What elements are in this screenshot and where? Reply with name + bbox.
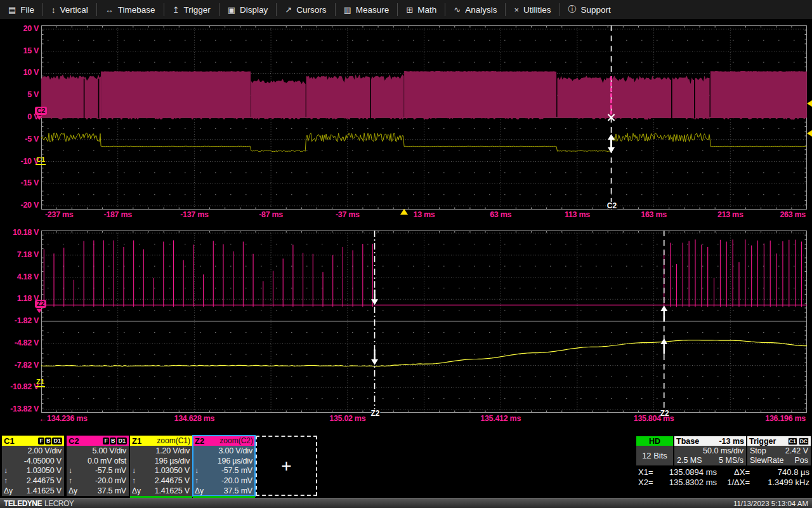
- invdx-value: 1.3499 kHz: [750, 478, 809, 487]
- descriptor-c1[interactable]: C1FBD12.00 V/div-4.05000 V↓1.03050 V↑2.4…: [2, 436, 64, 496]
- trigger-mode: Stop: [750, 446, 766, 455]
- descriptor-row: Δy1.41625 V: [130, 486, 192, 496]
- z2-offset-pointer-icon: [36, 309, 43, 313]
- main-y-tick-label: -20 V: [0, 201, 39, 210]
- main-y-tick-label: 0 V: [0, 112, 39, 121]
- zoom-grid-plot[interactable]: Z2Z2: [41, 231, 807, 413]
- trigger-box[interactable]: Trigger C1 DC Stop 2.42 V SlewRate Pos: [747, 436, 811, 465]
- descriptor-value: -20.0 mV: [207, 476, 252, 485]
- x1-value: 135.0894 ms: [661, 467, 717, 477]
- descriptor-c2[interactable]: C2FBD15.00 V/div0.0 mV ofst↓-57.5 mV↑-20…: [67, 436, 129, 496]
- descriptor-value: 5.00 V/div: [69, 446, 126, 455]
- main-x-axis: -237 ms-187 ms-137 ms-87 ms-37 ms13 ms63…: [41, 210, 807, 222]
- cursor-arrow-glyph: ↓: [195, 466, 207, 475]
- descriptor-row: Δy1.41625 V: [2, 486, 64, 496]
- dx-label: ΔX=: [717, 467, 750, 477]
- menu-item-timebase[interactable]: ↔Timebase: [97, 0, 164, 19]
- menu-item-label-timebase: Timebase: [118, 5, 155, 15]
- acquisition-box[interactable]: HD 12 Bits: [636, 436, 673, 465]
- timebase-samplerate: 5 MS/s: [719, 456, 743, 465]
- cursor-arrow-glyph: Δy: [195, 486, 207, 495]
- main-grid-plot[interactable]: C2: [41, 25, 807, 210]
- menu-item-measure[interactable]: ▥Measure: [336, 0, 398, 19]
- menu-item-trigger[interactable]: ↥Trigger: [164, 0, 219, 19]
- analysis-chart-icon: ∿: [454, 5, 461, 15]
- menu-item-label-utilities: Utilities: [523, 5, 551, 15]
- flag-badge-f: F: [38, 438, 44, 444]
- timebase-scale: 50.0 ms/div: [703, 446, 743, 455]
- cursor-arrow-glyph: Δy: [132, 486, 145, 495]
- main-y-tick-label: -15 V: [0, 178, 39, 187]
- descriptor-row: ↓-57.5 mV: [193, 465, 255, 476]
- timebase-delay: -13 ms: [719, 437, 744, 446]
- c1-level-marker[interactable]: [807, 130, 812, 137]
- descriptor-value: 1.41625 V: [145, 486, 190, 495]
- descriptor-row: 196 µs/div: [193, 456, 255, 466]
- descriptor-header-z1: Z1zoom(C1): [130, 436, 192, 446]
- descriptor-value: 1.20 V/div: [132, 446, 190, 455]
- x2-value: 135.8302 ms: [661, 478, 717, 487]
- menu-item-support[interactable]: ⓘSupport: [560, 0, 619, 19]
- descriptor-row: ↑-20.0 mV: [67, 476, 129, 486]
- channel-id-label: C2: [69, 436, 79, 446]
- descriptor-value: 3.00 V/div: [195, 446, 252, 455]
- descriptor-value: 2.00 V/div: [4, 446, 62, 455]
- menu-item-label-cursors: Cursors: [296, 5, 326, 15]
- pan-left-arrow-icon[interactable]: ←: [39, 414, 47, 424]
- z2-offset-badge[interactable]: Z2: [35, 300, 46, 308]
- zoom-x-tick-label: 134.236 ms: [47, 414, 88, 423]
- c1-offset-badge[interactable]: C1: [36, 156, 46, 165]
- descriptor-value: 1.03050 V: [145, 466, 190, 475]
- menu-item-label-support: Support: [581, 5, 611, 15]
- invdx-label: 1/ΔX=: [717, 478, 750, 487]
- trigger-time-marker[interactable]: [400, 209, 408, 215]
- flag-badge-d1: D1: [117, 438, 127, 444]
- descriptor-value: 0.0 mV ofst: [69, 457, 126, 465]
- cursor-arrow-glyph: ↓: [4, 466, 16, 475]
- z1-offset-badge[interactable]: Z1: [36, 378, 45, 387]
- zoom-y-tick-label: -1.82 V: [0, 316, 39, 325]
- zoom-y-tick-label: 7.18 V: [0, 250, 39, 259]
- menu-item-display[interactable]: ▣Display: [219, 0, 277, 19]
- flag-badge-b: B: [45, 438, 52, 444]
- cursor-arrow-glyph: ↓: [132, 466, 145, 475]
- menu-item-analysis[interactable]: ∿Analysis: [445, 0, 505, 19]
- descriptor-row: ↑-20.0 mV: [193, 476, 255, 486]
- brand-primary: TELEDYNE: [4, 499, 42, 508]
- main-x-tick-label: 13 ms: [414, 210, 435, 219]
- descriptor-row: 0.0 mV ofst: [67, 456, 129, 466]
- menu-item-math[interactable]: ⊞Math: [398, 0, 445, 19]
- descriptor-value: 196 µs/div: [195, 457, 252, 465]
- menu-item-label-vertical: Vertical: [60, 5, 88, 15]
- trace-on-underline: [193, 496, 255, 498]
- timebase-title: Tbase: [676, 437, 699, 446]
- descriptor-value: 196 µs/div: [132, 457, 190, 465]
- main-x-tick-label: 63 ms: [490, 210, 511, 219]
- horizontal-arrows-icon: ↔: [105, 5, 114, 15]
- cursor-arrow-glyph: Δy: [69, 486, 81, 495]
- zoom-y-tick-label: -7.82 V: [0, 361, 39, 370]
- menu-item-label-measure: Measure: [356, 5, 390, 15]
- descriptor-row: Δy37.5 mV: [193, 486, 255, 496]
- c2-offset-pointer-icon: [36, 116, 43, 120]
- add-trace-box[interactable]: +: [256, 436, 317, 496]
- menu-item-cursors[interactable]: ↗Cursors: [277, 0, 334, 19]
- zoom-y-tick-label: 4.18 V: [0, 272, 39, 281]
- descriptor-row: ↓1.03050 V: [2, 465, 64, 476]
- menu-item-label-display: Display: [240, 5, 268, 15]
- descriptor-value: 1.03050 V: [16, 466, 62, 475]
- cursor-arrow-glyph: ↑: [195, 476, 207, 485]
- descriptor-header-c1: C1FBD1: [2, 436, 64, 446]
- trigger-level: 2.42 V: [785, 446, 808, 455]
- descriptor-value: 2.44675 V: [16, 476, 62, 485]
- c2-offset-badge[interactable]: C2: [35, 107, 47, 115]
- timebase-box[interactable]: Tbase -13 ms 50.0 ms/div 2.5 MS 5 MS/s: [674, 436, 746, 465]
- menu-item-utilities[interactable]: ×Utilities: [506, 0, 559, 19]
- menu-item-vertical[interactable]: ↕Vertical: [43, 0, 96, 19]
- main-x-tick-label: 213 ms: [717, 210, 743, 219]
- trigger-level-marker[interactable]: [807, 100, 812, 107]
- dx-value: 740.8 µs: [750, 467, 809, 477]
- descriptor-z1[interactable]: Z1zoom(C1)1.20 V/div196 µs/div↓1.03050 V…: [130, 436, 192, 496]
- descriptor-z2[interactable]: Z2zoom(C2)3.00 V/div196 µs/div↓-57.5 mV↑…: [193, 436, 255, 496]
- menu-item-file[interactable]: ▤File: [0, 0, 43, 19]
